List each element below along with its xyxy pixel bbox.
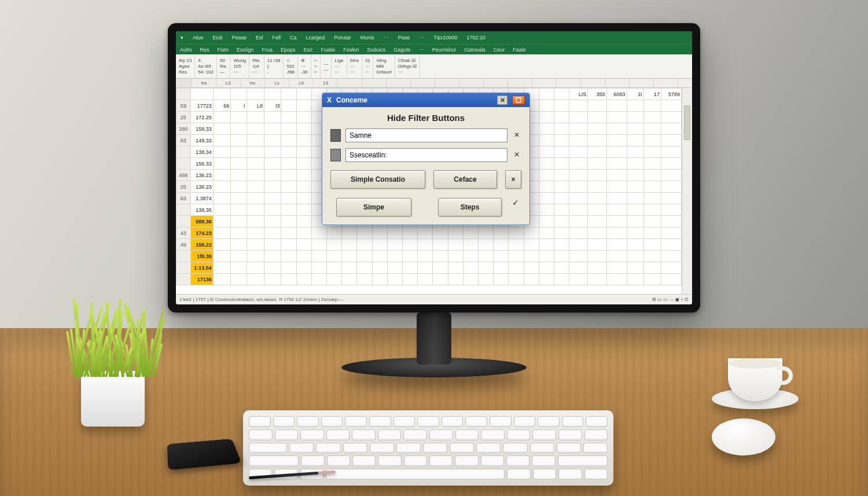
cell[interactable] bbox=[247, 123, 264, 135]
cell[interactable] bbox=[296, 146, 311, 158]
cell[interactable]: 25 bbox=[176, 181, 191, 193]
cell[interactable] bbox=[357, 262, 372, 274]
column-header[interactable] bbox=[557, 79, 581, 87]
cell[interactable] bbox=[327, 262, 342, 274]
cell[interactable] bbox=[588, 227, 607, 239]
cell[interactable] bbox=[176, 216, 191, 227]
cell[interactable] bbox=[643, 146, 661, 158]
ribbon-group[interactable]: Lige⋯⋯ bbox=[332, 54, 347, 78]
cell[interactable] bbox=[539, 274, 554, 285]
cell[interactable] bbox=[213, 135, 230, 146]
cell[interactable] bbox=[539, 158, 554, 170]
menu-item[interactable]: Ceur bbox=[490, 47, 509, 53]
ribbon-group[interactable]: 50Ra.— bbox=[217, 54, 230, 78]
cell[interactable] bbox=[247, 262, 264, 274]
cell[interactable] bbox=[661, 262, 682, 274]
cell[interactable] bbox=[509, 227, 524, 239]
cell[interactable] bbox=[327, 239, 342, 251]
cell[interactable]: LIS bbox=[569, 89, 588, 100]
cell[interactable] bbox=[588, 100, 607, 112]
cell[interactable] bbox=[433, 274, 448, 285]
cell[interactable] bbox=[661, 146, 682, 158]
cell[interactable] bbox=[296, 89, 311, 100]
cell[interactable] bbox=[554, 274, 569, 285]
cell[interactable] bbox=[554, 262, 569, 274]
cell[interactable] bbox=[296, 181, 311, 193]
cell[interactable] bbox=[627, 262, 643, 274]
cell[interactable] bbox=[387, 251, 402, 262]
cell[interactable] bbox=[176, 274, 191, 285]
cell[interactable] bbox=[231, 170, 247, 181]
cell[interactable] bbox=[524, 274, 539, 285]
cell[interactable]: 1.3874 bbox=[190, 193, 213, 204]
cell[interactable]: 83 bbox=[176, 135, 191, 146]
cell[interactable]: 156.33 bbox=[190, 158, 213, 170]
cell[interactable] bbox=[661, 112, 682, 123]
cell[interactable] bbox=[176, 251, 191, 262]
cell[interactable] bbox=[569, 112, 588, 123]
cell[interactable] bbox=[296, 100, 311, 112]
cell[interactable] bbox=[264, 112, 281, 123]
cell[interactable] bbox=[264, 89, 281, 100]
cell[interactable] bbox=[264, 216, 281, 227]
cell[interactable] bbox=[661, 100, 682, 112]
cell[interactable] bbox=[448, 262, 463, 274]
cell[interactable] bbox=[296, 227, 311, 239]
close-small-button[interactable]: × bbox=[505, 170, 521, 189]
column-header[interactable] bbox=[581, 79, 605, 87]
cell[interactable] bbox=[539, 89, 554, 100]
cell[interactable]: 158.33 bbox=[190, 123, 213, 135]
cell[interactable] bbox=[643, 135, 661, 146]
cell[interactable] bbox=[661, 181, 682, 193]
cell[interactable]: I bbox=[231, 100, 247, 112]
cell[interactable] bbox=[479, 239, 494, 251]
titlebar-item[interactable]: Munis bbox=[356, 35, 379, 41]
titlebar-item[interactable]: Ca bbox=[285, 35, 301, 41]
cell[interactable] bbox=[357, 239, 372, 251]
cell[interactable] bbox=[247, 170, 264, 181]
menu-item[interactable]: Aulrs bbox=[176, 47, 196, 53]
cell[interactable] bbox=[231, 251, 247, 262]
cell[interactable] bbox=[643, 227, 661, 239]
cell[interactable] bbox=[281, 123, 296, 135]
cell[interactable] bbox=[569, 193, 588, 204]
cell[interactable]: 172.25 bbox=[190, 112, 213, 123]
cell[interactable]: 17136 bbox=[190, 274, 213, 285]
cell[interactable] bbox=[281, 216, 296, 227]
cell[interactable] bbox=[588, 262, 607, 274]
cell[interactable] bbox=[403, 274, 418, 285]
menu-item[interactable]: Res bbox=[196, 47, 214, 53]
column-header[interactable]: L8 bbox=[289, 79, 314, 87]
cell[interactable] bbox=[627, 112, 643, 123]
clear-icon[interactable]: ✕ bbox=[512, 131, 521, 140]
cell[interactable] bbox=[463, 239, 478, 251]
cell[interactable] bbox=[569, 251, 588, 262]
cell[interactable] bbox=[231, 216, 247, 227]
cell[interactable] bbox=[372, 227, 387, 239]
cell[interactable] bbox=[606, 239, 627, 251]
cell[interactable] bbox=[539, 135, 554, 146]
cell[interactable] bbox=[524, 262, 539, 274]
cell[interactable] bbox=[264, 170, 281, 181]
cell[interactable] bbox=[494, 227, 509, 239]
cell[interactable]: 488 bbox=[176, 170, 191, 181]
ceface-button[interactable]: Ceface bbox=[433, 170, 497, 189]
cell[interactable]: 83 bbox=[176, 193, 191, 204]
menu-item[interactable]: Feslen bbox=[339, 47, 363, 53]
cell[interactable] bbox=[231, 112, 247, 123]
column-header[interactable] bbox=[605, 79, 630, 87]
cell[interactable] bbox=[448, 239, 463, 251]
cell[interactable] bbox=[296, 135, 311, 146]
cell[interactable] bbox=[627, 204, 643, 216]
cell[interactable] bbox=[588, 146, 607, 158]
cell[interactable]: 1:13.54 bbox=[190, 262, 213, 274]
cell[interactable] bbox=[588, 170, 607, 181]
cell[interactable] bbox=[247, 216, 264, 227]
menu-item[interactable]: Foatie bbox=[317, 47, 339, 53]
column-header[interactable] bbox=[387, 79, 411, 87]
cell[interactable] bbox=[606, 227, 627, 239]
ribbon-group[interactable]: ⊕⋯-36 bbox=[298, 54, 311, 78]
cell[interactable]: 138.35 bbox=[190, 204, 213, 216]
cell[interactable] bbox=[403, 251, 418, 262]
column-header[interactable]: Ls bbox=[265, 79, 289, 87]
